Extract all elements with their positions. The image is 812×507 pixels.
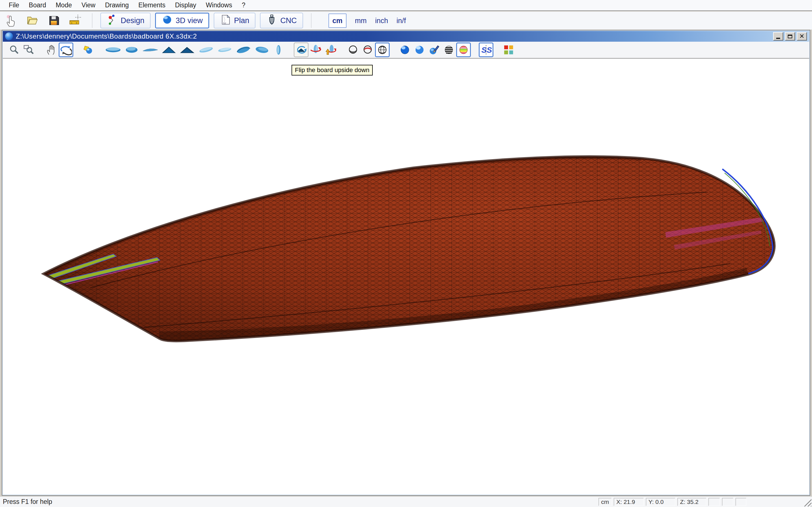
pan-hand-icon[interactable]	[44, 43, 59, 57]
render-edit-icon[interactable]	[427, 43, 442, 57]
unit-mm[interactable]: mm	[355, 17, 367, 25]
svg-text:0: 0	[76, 22, 77, 24]
window-controls: ✕	[773, 32, 809, 41]
status-help-text: Press F1 for help	[0, 498, 52, 506]
status-field-e3	[735, 498, 746, 506]
minimize-icon	[776, 38, 780, 39]
menu-windows[interactable]: Windows	[201, 0, 237, 10]
plan-mode-button[interactable]: Plan	[214, 13, 255, 29]
rotate-board-icon[interactable]	[308, 43, 323, 57]
view-nose-icon[interactable]	[160, 43, 178, 57]
minimize-button[interactable]	[773, 32, 783, 41]
status-field-unit: cm	[599, 498, 612, 506]
mode-button-label: 3D view	[175, 16, 203, 25]
status-fields: cmX: 21.9Y: 0.0Z: 35.2	[599, 498, 746, 506]
status-field-y: Y: 0.0	[646, 498, 675, 506]
render-curvature-icon[interactable]	[442, 43, 456, 57]
view-deck-icon[interactable]	[104, 43, 122, 57]
board-3d-render[interactable]	[3, 59, 809, 495]
save-icon[interactable]	[47, 13, 61, 27]
unit-inch[interactable]: inch	[375, 17, 388, 25]
svg-text:S: S	[487, 46, 492, 55]
document-window: Z:\Users\dennery\Documents\Boards\badboa…	[2, 30, 810, 496]
window-title: Z:\Users\dennery\Documents\Boards\badboa…	[16, 33, 197, 40]
3d-view-mode-button[interactable]: 3D view	[155, 13, 209, 29]
cnc-bit-icon	[266, 14, 277, 27]
title-bar[interactable]: Z:\Users\dennery\Documents\Boards\badboa…	[3, 31, 809, 42]
menu-board[interactable]: Board	[24, 0, 51, 10]
mode-button-label: Plan	[234, 16, 249, 25]
render-outline-red-icon[interactable]	[360, 43, 375, 57]
symmetry-icon[interactable]: SS	[479, 43, 493, 57]
render-wireframe-icon[interactable]	[375, 43, 390, 57]
close-icon: ✕	[799, 33, 804, 40]
status-field-x: X: 21.9	[614, 498, 644, 506]
render-shaded-icon[interactable]	[412, 43, 427, 57]
color-palette-icon[interactable]	[501, 43, 516, 57]
status-field-z: Z: 35.2	[677, 498, 706, 506]
tooltip: Flip the board upside down	[292, 65, 373, 75]
view-bottom-icon[interactable]	[122, 43, 141, 57]
maximize-icon	[788, 35, 792, 38]
view-tail-icon[interactable]	[178, 43, 197, 57]
new-board-hand-icon[interactable]	[4, 13, 18, 27]
mode-button-label: Design	[121, 16, 144, 25]
svg-text:1: 1	[71, 22, 72, 24]
menu-drawing[interactable]: Drawing	[100, 0, 133, 10]
zoom-window-icon[interactable]	[21, 43, 36, 57]
view-end-icon[interactable]	[271, 43, 286, 57]
status-bar: Press F1 for help cmX: 21.9Y: 0.0Z: 35.2	[0, 496, 812, 507]
cnc-mode-button[interactable]: CNC	[260, 13, 303, 29]
menu-view[interactable]: View	[77, 0, 100, 10]
unit-in-f[interactable]: in/f	[396, 17, 406, 25]
mode-buttons: Design3D viewPlanCNC	[95, 13, 308, 29]
menu-help[interactable]: ?	[237, 0, 250, 10]
menu-elements[interactable]: Elements	[134, 0, 170, 10]
viewport-3d[interactable]: Flip the board upside down	[3, 59, 809, 495]
resize-grip-icon[interactable]	[804, 499, 811, 506]
view-perspective-4-icon[interactable]	[253, 43, 271, 57]
menu-file[interactable]: File	[4, 0, 24, 10]
view-perspective-2-icon[interactable]	[215, 43, 234, 57]
view-side-icon[interactable]	[141, 43, 160, 57]
sphere-3d-icon	[161, 14, 173, 27]
unit-cm[interactable]: cm	[328, 13, 347, 28]
flip-nose-tail-icon[interactable]	[323, 43, 338, 57]
file-toolbar: 10	[0, 13, 89, 27]
menu-display[interactable]: Display	[170, 0, 201, 10]
menu-bar: FileBoardModeViewDrawingElementsDisplayW…	[0, 0, 812, 11]
toolbar-separator	[311, 13, 312, 28]
view-toolbar: SS	[3, 42, 809, 59]
zoom-icon[interactable]	[7, 43, 21, 57]
render-color-map-icon[interactable]	[456, 43, 471, 57]
rotate-3d-icon[interactable]	[59, 43, 73, 57]
main-toolbar: 10 Design3D viewPlanCNC cmmminchin/f	[0, 11, 812, 30]
lighting-icon[interactable]	[81, 43, 96, 57]
menu-mode[interactable]: Mode	[51, 0, 77, 10]
close-button[interactable]: ✕	[797, 32, 807, 41]
unit-selector: cmmminchin/f	[314, 13, 406, 28]
open-folder-icon[interactable]	[26, 13, 40, 27]
flip-upside-down-icon[interactable]	[294, 43, 308, 57]
measurements-ruler-icon[interactable]: 10	[68, 13, 82, 27]
mode-button-label: CNC	[280, 16, 297, 25]
render-outline-icon[interactable]	[346, 43, 360, 57]
maximize-button[interactable]	[785, 32, 795, 41]
plan-document-icon	[220, 14, 231, 27]
render-solid-icon[interactable]	[398, 43, 412, 57]
view-perspective-1-icon[interactable]	[197, 43, 215, 57]
board-sphere-icon	[5, 33, 13, 40]
status-field-e2	[722, 498, 733, 506]
view-perspective-3-icon[interactable]	[234, 43, 253, 57]
status-field-e1	[709, 498, 720, 506]
design-nodes-icon	[107, 14, 118, 27]
toolbar-separator	[92, 13, 93, 28]
design-mode-button[interactable]: Design	[100, 13, 151, 29]
